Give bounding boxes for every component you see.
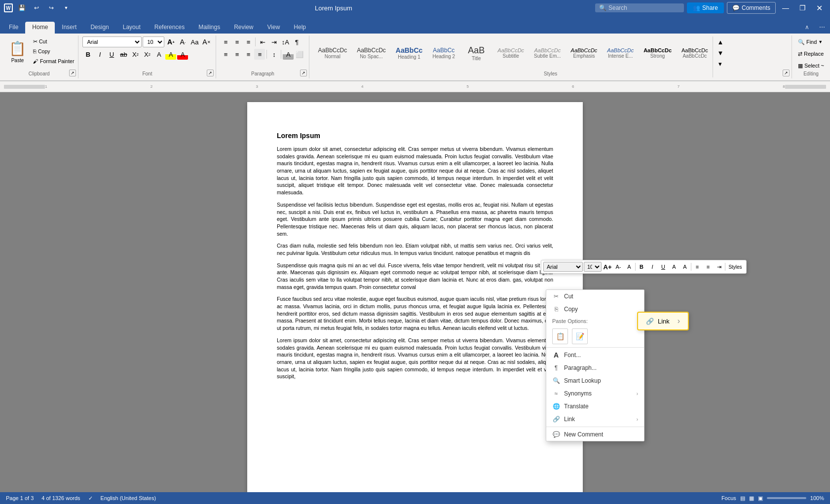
mini-italic-btn[interactable]: I: [647, 262, 657, 272]
bold-button[interactable]: B: [82, 49, 93, 60]
link-tooltip[interactable]: 🔗 Link ›: [637, 312, 689, 330]
font-expand[interactable]: ↗: [207, 70, 214, 76]
font-color-button[interactable]: A: [177, 49, 188, 60]
ctx-paste-merge[interactable]: 📝: [572, 328, 588, 344]
tab-mailings[interactable]: Mailings: [191, 22, 227, 34]
ctx-new-comment[interactable]: 💬 New Comment: [546, 428, 644, 441]
mini-font-select[interactable]: Arial: [543, 262, 583, 272]
styles-scroll-up[interactable]: ▲: [715, 36, 726, 47]
clear-format-button[interactable]: A✕: [201, 36, 212, 47]
view-print-btn[interactable]: ▤: [740, 495, 745, 502]
italic-button[interactable]: I: [94, 49, 105, 60]
decrease-indent-button[interactable]: ⇤: [257, 36, 268, 47]
select-button[interactable]: ▦ Select ~: [796, 60, 826, 71]
share-button[interactable]: 👥 Share: [687, 2, 724, 13]
shrink-font-button[interactable]: A-: [177, 36, 188, 47]
styles-more[interactable]: ▾: [715, 58, 726, 69]
qat-customize[interactable]: ▼: [60, 2, 72, 14]
text-effects-button[interactable]: A: [153, 49, 164, 60]
strikethrough-button[interactable]: ab: [118, 49, 129, 60]
ribbon-options-btn[interactable]: ⋯: [814, 22, 830, 34]
font-size-select[interactable]: 10.5: [143, 36, 164, 47]
style-heading1[interactable]: AaBbCc Heading 1: [391, 37, 427, 69]
tab-review[interactable]: Review: [227, 22, 260, 34]
underline-button[interactable]: U: [106, 49, 117, 60]
style-subtle-em[interactable]: AaBbCcDc Subtle Em...: [529, 37, 565, 69]
tab-file[interactable]: File: [2, 22, 25, 34]
ctx-paste-keep-source[interactable]: 📋: [552, 328, 568, 344]
subscript-button[interactable]: X2: [130, 49, 141, 60]
mini-highlight-btn[interactable]: A: [669, 262, 679, 272]
multilevel-list-button[interactable]: ≡: [243, 36, 254, 47]
styles-scroll-down[interactable]: ▼: [715, 47, 726, 58]
style-heading2[interactable]: AaBbCc Heading 2: [428, 37, 459, 69]
focus-label[interactable]: Focus: [721, 495, 736, 501]
grow-font-button[interactable]: A+: [165, 36, 176, 47]
mini-shrink-btn[interactable]: A-: [613, 262, 623, 272]
justify-button[interactable]: ≡: [254, 49, 265, 60]
ctx-copy[interactable]: ⎘ Copy: [546, 303, 644, 316]
change-case-button[interactable]: Aa: [189, 36, 200, 47]
qat-save[interactable]: 💾: [16, 2, 28, 14]
tab-help[interactable]: Help: [287, 22, 313, 34]
sort-button[interactable]: ↕A: [280, 36, 291, 47]
qat-undo[interactable]: ↩: [31, 2, 42, 14]
borders-button[interactable]: ⬜: [294, 49, 305, 60]
paragraph-expand[interactable]: ↗: [300, 70, 307, 76]
clipboard-expand[interactable]: ↗: [69, 70, 76, 76]
align-right-button[interactable]: ≡: [243, 49, 254, 60]
zoom-level[interactable]: 100%: [810, 495, 824, 501]
tab-references[interactable]: References: [148, 22, 191, 34]
ribbon-collapse-btn[interactable]: ∧: [800, 22, 814, 34]
align-center-button[interactable]: ≡: [231, 49, 242, 60]
ctx-cut[interactable]: ✂ Cut: [546, 290, 644, 303]
mini-size-select[interactable]: 10.5: [584, 262, 602, 272]
replace-button[interactable]: ⇄ Replace: [796, 48, 826, 59]
tab-layout[interactable]: Layout: [116, 22, 148, 34]
mini-color-btn[interactable]: A: [680, 262, 690, 272]
copy-button[interactable]: ⎘ Copy: [31, 46, 76, 56]
minimize-button[interactable]: —: [779, 2, 792, 14]
mini-bullets-btn[interactable]: ≡: [692, 262, 702, 272]
line-spacing-button[interactable]: ↕: [268, 49, 279, 60]
qat-redo[interactable]: ↪: [45, 2, 57, 14]
mini-bold-btn[interactable]: B: [637, 262, 646, 272]
increase-indent-button[interactable]: ⇥: [268, 36, 279, 47]
language[interactable]: English (United States): [101, 495, 156, 501]
style-normal[interactable]: AaBbCcDc Normal: [313, 37, 351, 69]
styles-expand[interactable]: ↗: [783, 70, 790, 76]
spell-check-icon[interactable]: ✓: [88, 495, 93, 502]
mini-grow-btn[interactable]: A+: [603, 262, 612, 272]
style-intense-em[interactable]: AaBbCcDc Intense E...: [603, 37, 638, 69]
comments-button[interactable]: 💬 Comments: [727, 2, 776, 14]
mini-styles-btn[interactable]: Styles: [726, 262, 744, 272]
style-nospace[interactable]: AaBbCcDc No Spac...: [352, 37, 390, 69]
style-title[interactable]: AaB Title: [460, 37, 492, 69]
format-painter-button[interactable]: 🖌 Format Painter: [31, 56, 76, 66]
ctx-translate[interactable]: 🌐 Translate: [546, 400, 644, 413]
numbering-button[interactable]: ≡: [231, 36, 242, 47]
superscript-button[interactable]: X2: [142, 49, 152, 60]
style-extra[interactable]: AaBbCcDc AaBbCcDc: [677, 37, 713, 69]
align-left-button[interactable]: ≡: [220, 49, 231, 60]
paste-button[interactable]: 📋 Paste: [4, 36, 31, 74]
style-subtitle[interactable]: AaBbCcDc Subtitle: [493, 37, 528, 69]
tab-view[interactable]: View: [261, 22, 287, 34]
close-button[interactable]: ✕: [812, 2, 826, 14]
view-web-btn[interactable]: ▦: [749, 495, 754, 502]
restore-button[interactable]: ❐: [795, 2, 809, 14]
zoom-slider[interactable]: [767, 497, 806, 499]
mini-indent-btn[interactable]: ⇥: [714, 262, 724, 272]
bullets-button[interactable]: ≡: [220, 36, 231, 47]
tab-design[interactable]: Design: [83, 22, 115, 34]
ctx-paragraph[interactable]: ¶ Paragraph...: [546, 361, 644, 374]
ctx-synonyms[interactable]: ≈ Synonyms ›: [546, 387, 644, 400]
ctx-link[interactable]: 🔗 Link ›: [546, 413, 644, 426]
mini-numlist-btn[interactable]: ≡: [703, 262, 713, 272]
show-hide-button[interactable]: ¶: [291, 36, 302, 47]
cut-button[interactable]: ✂ Cut: [31, 36, 76, 46]
style-strong[interactable]: AaBbCcDc Strong: [639, 37, 676, 69]
tab-insert[interactable]: Insert: [55, 22, 83, 34]
highlight-button[interactable]: A: [165, 49, 176, 60]
font-name-select[interactable]: Arial: [82, 36, 142, 47]
